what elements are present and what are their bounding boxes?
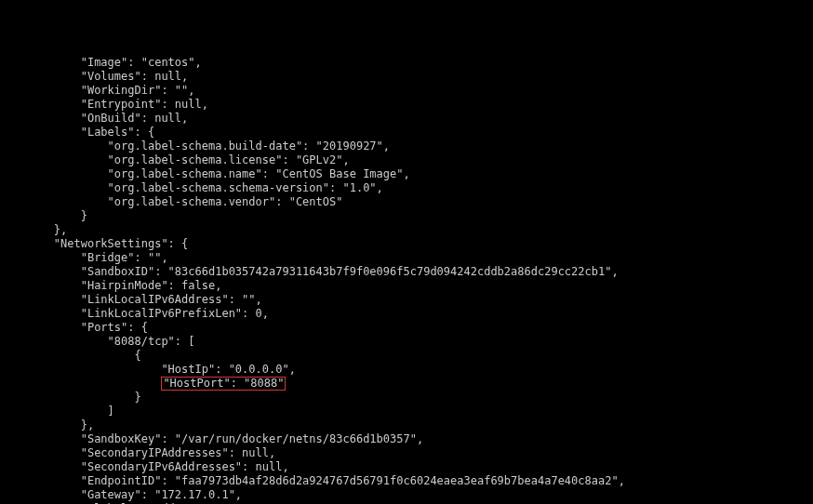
json-line: "SandboxID": "83c66d1b035742a79311643b7f… (0, 265, 619, 278)
json-line: "EndpointID": "faa7973db4af28d6d2a924767… (0, 474, 625, 487)
json-line: "org.label-schema.vendor": "CentOS" (0, 195, 342, 208)
json-line: "org.label-schema.license": "GPLv2", (0, 153, 350, 166)
json-line: "LinkLocalIPv6PrefixLen": 0, (0, 307, 269, 320)
json-line: "org.label-schema.build-date": "20190927… (0, 139, 390, 153)
json-line: "Bridge": "", (0, 251, 168, 264)
json-line: "org.label-schema.schema-version": "1.0"… (0, 181, 383, 194)
json-line: "Labels": { (0, 126, 154, 139)
json-line: } (0, 209, 87, 222)
json-line: "HostIp": "0.0.0.0", (0, 363, 296, 376)
json-line: "Image": "centos", (0, 56, 202, 69)
json-line: ] (0, 405, 114, 418)
json-line: "SecondaryIPAddresses": null, (0, 446, 275, 459)
json-line: } (0, 391, 141, 404)
json-line: "Entrypoint": null, (0, 98, 208, 111)
json-line: }, (0, 418, 94, 431)
json-line: "org.label-schema.name": "CentOS Base Im… (0, 167, 410, 180)
highlight-hostport: "HostPort": "8088" (161, 377, 286, 391)
json-line: "WorkingDir": "", (0, 84, 195, 97)
json-line: "HairpinMode": false, (0, 279, 221, 292)
terminal-output: "Image": "centos", "Volumes": null, "Wor… (0, 56, 813, 504)
json-line: "LinkLocalIPv6Address": "", (0, 293, 262, 306)
json-line: }, (0, 223, 67, 236)
json-line: "NetworkSettings": { (0, 237, 188, 250)
json-line: "OnBuild": null, (0, 112, 188, 125)
json-line (0, 377, 161, 390)
json-line: "Volumes": null, (0, 70, 188, 83)
json-line: "Ports": { (0, 321, 148, 334)
json-line: "SandboxKey": "/var/run/docker/netns/83c… (0, 432, 423, 445)
json-line: { (0, 349, 141, 362)
json-line: "Gateway": "172.17.0.1", (0, 488, 242, 501)
json-line: "8088/tcp": [ (0, 335, 195, 348)
json-line: "SecondaryIPv6Addresses": null, (0, 460, 289, 473)
